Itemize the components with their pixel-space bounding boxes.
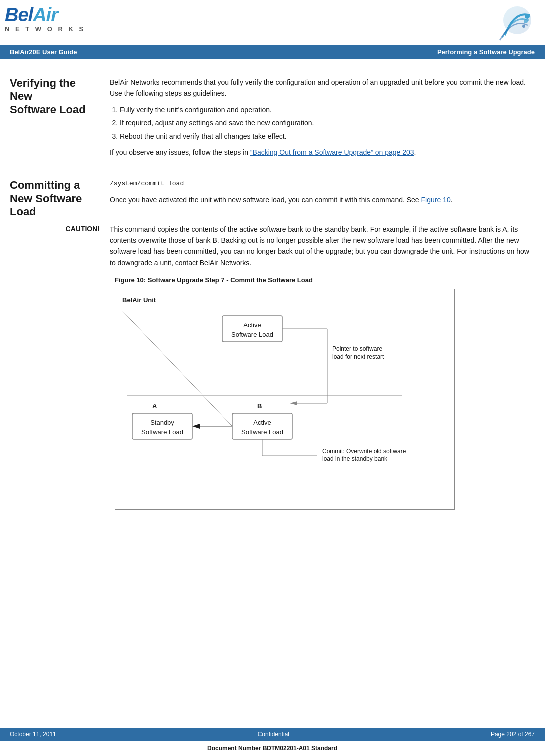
pointer-label-line1: Pointer to software	[332, 345, 382, 352]
commit-line1: Commit: Overwrite old software	[322, 448, 406, 455]
svg-line-11	[122, 311, 232, 426]
standby-line2: Software Load	[142, 428, 184, 436]
committing-heading: Committing a New Software Load	[10, 179, 105, 218]
step-2: If required, adjust any settings and sav…	[120, 117, 535, 128]
top-active-line1: Active	[244, 321, 261, 329]
step-1: Fully verify the unit's configuration an…	[120, 104, 535, 115]
section1-body: BelAir Networks recommends that you full…	[110, 77, 535, 158]
spacer2	[110, 163, 535, 171]
diagram-svg: Active Software Load Pointer to software…	[122, 311, 442, 501]
main-content: Verifying the New Software Load BelAir N…	[0, 59, 545, 229]
code-block: /system/commit load	[110, 179, 535, 189]
section1-para2: If you observe any issues, follow the st…	[110, 147, 535, 158]
active-bottom-line2: Software Load	[242, 428, 284, 436]
section2-para1: Once you have activated the unit with ne…	[110, 194, 535, 205]
figure10-link[interactable]: Figure 10	[422, 196, 451, 204]
svg-marker-8	[290, 401, 298, 405]
caution-content: This command copies the contents of the …	[110, 224, 535, 269]
logo-networks-text: N E T W O R K S	[5, 25, 86, 33]
caution-label: CAUTION!	[10, 224, 110, 269]
section1-heading: Verifying the New Software Load	[10, 69, 110, 163]
active-bottom-line1: Active	[254, 419, 271, 426]
footer-page: Page 202 of 267	[491, 731, 535, 738]
belair-logo: BelAir	[5, 5, 86, 24]
section2-body: /system/commit load Once you have activa…	[110, 179, 535, 205]
belair-unit-label: BelAir Unit	[122, 296, 448, 304]
svg-point-1	[525, 14, 530, 19]
commit-line2: load in the standby bank	[322, 455, 388, 462]
pointer-label-line2: load for next restart	[332, 353, 384, 360]
standby-line1: Standby	[150, 419, 174, 426]
svg-point-2	[524, 19, 528, 23]
top-header: BelAir N E T W O R K S	[0, 0, 545, 45]
top-active-line2: Software Load	[232, 331, 274, 338]
footer-confidential: Confidential	[258, 731, 290, 738]
nav-bar: BelAir20E User Guide Performing a Softwa…	[0, 45, 545, 59]
bank-a-label: A	[152, 402, 158, 410]
nav-right-label: Performing a Software Upgrade	[438, 48, 535, 56]
section1-content: BelAir Networks recommends that you full…	[110, 69, 535, 163]
spacer1	[10, 163, 110, 171]
section2-heading: Committing a New Software Load	[10, 171, 110, 218]
caution-row: CAUTION! This command copies the content…	[0, 224, 545, 269]
svg-marker-13	[192, 424, 200, 429]
footer-date: October 11, 2011	[10, 731, 56, 738]
section1-para1: BelAir Networks recommends that you full…	[110, 77, 535, 99]
step-3: Reboot the unit and verify that all chan…	[120, 131, 535, 142]
bank-b-label: B	[258, 402, 262, 410]
svg-point-3	[522, 25, 526, 28]
footer-bar: October 11, 2011 Confidential Page 202 o…	[0, 728, 545, 741]
figure-title: Figure 10: Software Upgrade Step 7 - Com…	[115, 276, 535, 284]
verifying-heading: Verifying the New Software Load	[10, 77, 105, 116]
brand-icon	[490, 5, 535, 45]
logo-area: BelAir N E T W O R K S	[5, 5, 86, 33]
nav-left-label: BelAir20E User Guide	[10, 48, 77, 56]
section2-content: /system/commit load Once you have activa…	[110, 171, 535, 218]
footer-document-number: Document Number BDTM02201-A01 Standard	[0, 745, 545, 752]
diagram-container: BelAir Unit Active Software Load Pointer…	[115, 289, 455, 510]
backing-out-link[interactable]: “Backing Out from a Software Upgrade” on…	[250, 148, 414, 156]
section1-steps: Fully verify the unit's configuration an…	[120, 104, 535, 142]
figure-section: Figure 10: Software Upgrade Step 7 - Com…	[0, 268, 545, 550]
